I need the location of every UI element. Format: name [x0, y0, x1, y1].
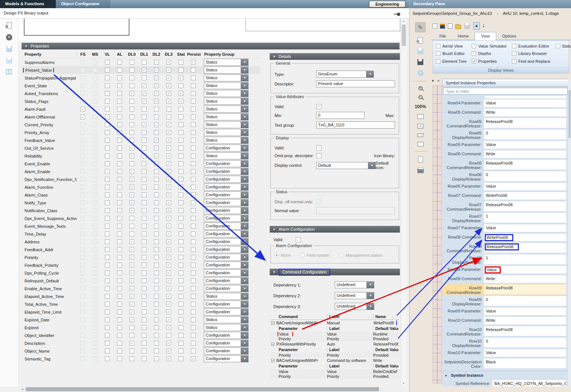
- property-group-dropdown[interactable]: Configuration▼: [204, 145, 248, 152]
- printer-icon[interactable]: [417, 169, 424, 173]
- checkbox[interactable]: [80, 310, 85, 314]
- checkbox[interactable]: [179, 310, 183, 314]
- checkbox[interactable]: [154, 247, 159, 252]
- checkbox[interactable]: [179, 294, 183, 299]
- checkbox[interactable]: [117, 356, 122, 361]
- chevron-down-icon[interactable]: ▼: [241, 285, 248, 292]
- instance-property-field[interactable]: Value: [484, 349, 566, 357]
- checkbox[interactable]: [93, 349, 97, 353]
- checkbox[interactable]: [117, 255, 122, 260]
- property-group-dropdown[interactable]: Configuration▼: [204, 238, 248, 245]
- checkbox[interactable]: [154, 192, 159, 197]
- checkbox[interactable]: [93, 278, 97, 283]
- checkbox[interactable]: [117, 75, 122, 80]
- checkbox[interactable]: [105, 286, 110, 291]
- checkbox[interactable]: ✓: [166, 278, 171, 283]
- view-checkbox-properties[interactable]: ✓Properties: [472, 58, 507, 65]
- checkbox[interactable]: [142, 263, 147, 268]
- checkbox[interactable]: [129, 60, 134, 65]
- save-as-icon[interactable]: [417, 59, 423, 65]
- property-row[interactable]: Dpx_Notification_Function_S✓✓Configurati…: [22, 175, 260, 183]
- radio-management-station[interactable]: Management station: [339, 253, 383, 257]
- checkbox[interactable]: [93, 153, 97, 158]
- tab-models-and-functions[interactable]: Models & Functions: [0, 0, 56, 8]
- property-row[interactable]: Description✓✓Configuration▼: [22, 339, 260, 347]
- view-checkbox-aerial-view[interactable]: Aerial View: [436, 43, 466, 49]
- instance-property-field[interactable]: Value: [484, 100, 566, 107]
- checkbox[interactable]: [512, 51, 516, 56]
- checkbox[interactable]: [179, 341, 183, 346]
- checkbox[interactable]: [129, 231, 134, 236]
- collapse-minus-icon[interactable]: [271, 359, 275, 362]
- checkbox[interactable]: [191, 153, 196, 158]
- checkbox[interactable]: [105, 247, 110, 252]
- tab-object-configurator[interactable]: Object Configurator: [56, 0, 111, 8]
- checkbox[interactable]: [105, 200, 110, 205]
- property-row[interactable]: Address✓✓Configuration▼: [22, 238, 260, 246]
- checkbox[interactable]: [93, 310, 97, 314]
- checkbox[interactable]: ✓: [166, 325, 171, 330]
- checkbox[interactable]: [117, 192, 122, 197]
- checkbox[interactable]: [154, 224, 159, 229]
- checkbox[interactable]: [436, 44, 440, 48]
- view-checkbox-find-and-replace[interactable]: Find and Replace: [512, 58, 550, 65]
- checkbox[interactable]: [80, 270, 85, 275]
- checkbox[interactable]: ✓: [166, 216, 171, 221]
- checkbox[interactable]: [80, 169, 85, 174]
- checkbox[interactable]: [191, 192, 196, 197]
- checkbox[interactable]: ✓: [166, 310, 171, 314]
- checkbox[interactable]: [105, 177, 110, 182]
- checkbox[interactable]: [129, 130, 134, 135]
- property-group-dropdown[interactable]: Configuration▼: [204, 340, 248, 347]
- property-group-dropdown[interactable]: Configuration▼: [204, 199, 248, 206]
- checkbox[interactable]: [154, 263, 159, 268]
- checkbox[interactable]: [191, 177, 196, 182]
- collapse-minus-icon[interactable]: [271, 343, 275, 346]
- checkbox[interactable]: [191, 231, 196, 236]
- chevron-down-icon[interactable]: ▼: [241, 308, 248, 315]
- checkbox[interactable]: [436, 51, 440, 56]
- checkbox[interactable]: [80, 185, 85, 189]
- checkbox[interactable]: [117, 185, 122, 189]
- checkbox[interactable]: [105, 75, 110, 80]
- checkbox[interactable]: ✓: [129, 247, 134, 252]
- checkbox[interactable]: [179, 270, 183, 275]
- checkbox[interactable]: [117, 302, 122, 307]
- instance-property-row[interactable]: Row10 DisplayRelease:0: [442, 337, 566, 348]
- checkbox[interactable]: [93, 185, 97, 189]
- checkbox[interactable]: [80, 200, 85, 205]
- checkbox[interactable]: [129, 356, 134, 361]
- property-group-dropdown[interactable]: Status▼: [204, 74, 248, 81]
- checkbox[interactable]: [93, 138, 97, 143]
- checkbox[interactable]: [93, 208, 97, 213]
- checkbox[interactable]: ✓: [129, 177, 134, 182]
- scroll-left-icon[interactable]: ◄: [21, 388, 24, 391]
- instance-property-row[interactable]: Row06 CommandRelease:ReleasePrio08: [442, 159, 566, 170]
- property-group-dropdown[interactable]: Configuration▼: [204, 246, 248, 253]
- property-group-dropdown[interactable]: Configuration▼: [204, 160, 248, 167]
- scroll-down-icon[interactable]: ▼: [401, 381, 406, 386]
- property-row[interactable]: Out_Of_Service✓✓✓Configuration▼: [22, 144, 260, 152]
- checkbox[interactable]: [191, 349, 196, 353]
- checkbox[interactable]: [179, 216, 183, 221]
- checkbox[interactable]: ✓: [129, 310, 134, 314]
- checkbox[interactable]: [129, 107, 134, 111]
- property-group-dropdown[interactable]: Configuration▼: [204, 347, 248, 354]
- property-group-dropdown[interactable]: Status▼: [204, 90, 248, 97]
- checkbox[interactable]: [117, 200, 122, 205]
- chevron-down-icon[interactable]: ▼: [241, 316, 248, 323]
- checkbox[interactable]: [80, 91, 85, 96]
- checkbox[interactable]: [191, 294, 196, 299]
- property-row[interactable]: Relinquish_Default✓✓Configuration▼: [22, 277, 260, 285]
- checkbox[interactable]: [80, 325, 85, 330]
- checkbox[interactable]: [93, 146, 97, 150]
- checkbox[interactable]: [93, 317, 97, 322]
- instance-property-field[interactable]: Value: [484, 266, 566, 273]
- checkbox[interactable]: [117, 91, 122, 96]
- checkbox[interactable]: [154, 231, 159, 236]
- checkbox[interactable]: ✓: [166, 200, 171, 205]
- checkbox[interactable]: [105, 356, 110, 361]
- chevron-down-icon[interactable]: ▼: [241, 223, 248, 230]
- checkbox[interactable]: [80, 153, 85, 158]
- checkbox[interactable]: [117, 294, 122, 299]
